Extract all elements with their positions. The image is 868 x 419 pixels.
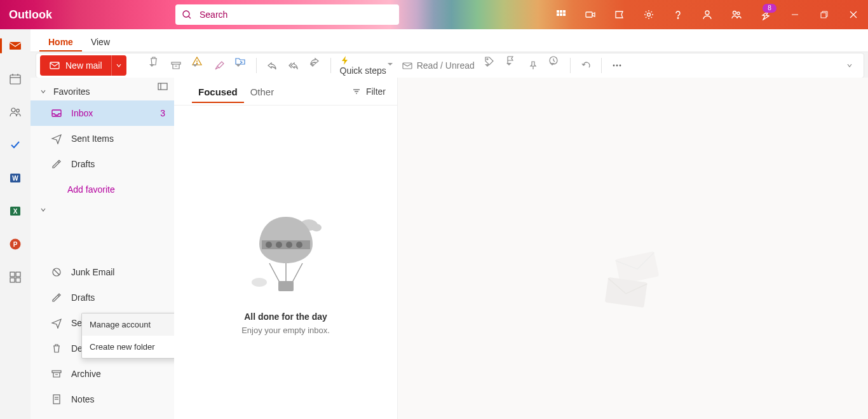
svg-line-49 bbox=[54, 270, 59, 275]
sidebar-item-sent[interactable]: Sent Items bbox=[31, 126, 174, 151]
mail-icon bbox=[49, 60, 60, 71]
empty-state: All done for the day Enjoy your empty in… bbox=[174, 106, 397, 419]
snooze-button[interactable] bbox=[545, 55, 565, 76]
people-icon[interactable] bbox=[722, 0, 751, 29]
svg-point-42 bbox=[613, 65, 614, 67]
tab-other[interactable]: Other bbox=[244, 80, 281, 103]
svg-rect-45 bbox=[158, 83, 167, 90]
new-mail-button[interactable]: New mail bbox=[40, 55, 111, 76]
new-mail-dropdown[interactable] bbox=[111, 55, 126, 76]
sidebar-item-junk[interactable]: Junk Email bbox=[31, 259, 174, 285]
sent-icon bbox=[51, 317, 62, 329]
envelope-illustration bbox=[601, 249, 671, 315]
help-icon[interactable] bbox=[663, 0, 693, 29]
rail-mail-icon[interactable] bbox=[5, 36, 25, 56]
svg-point-9 bbox=[648, 13, 651, 17]
title-actions bbox=[546, 0, 780, 29]
list-header: Focused Other Filter bbox=[174, 78, 397, 106]
sidebar-item-archive[interactable]: Archive bbox=[31, 361, 174, 387]
delete-button[interactable] bbox=[144, 55, 165, 76]
search-input[interactable] bbox=[200, 10, 393, 20]
favorites-label: Favorites bbox=[53, 86, 90, 97]
report-button[interactable] bbox=[187, 55, 208, 76]
svg-rect-15 bbox=[821, 13, 826, 18]
add-favorite-link[interactable]: Add favorite bbox=[31, 177, 174, 202]
reply-all-button[interactable] bbox=[283, 55, 304, 76]
sidebar-item-inbox[interactable]: Inbox 3 bbox=[31, 100, 174, 126]
svg-line-67 bbox=[292, 263, 302, 282]
tab-home[interactable]: Home bbox=[39, 32, 82, 52]
svg-rect-4 bbox=[563, 10, 566, 13]
title-bar: Outlook bbox=[0, 0, 868, 29]
sweep-button[interactable] bbox=[209, 55, 229, 76]
sent-icon bbox=[51, 133, 62, 144]
balloon-illustration bbox=[248, 214, 324, 299]
archive-button[interactable] bbox=[166, 55, 186, 76]
account-header[interactable] bbox=[31, 202, 174, 217]
account-context-menu: Manage account Create new folder bbox=[81, 313, 174, 359]
sidebar-item-label: Drafts bbox=[71, 292, 165, 303]
minimize-button[interactable] bbox=[780, 0, 810, 29]
svg-point-12 bbox=[733, 11, 736, 15]
filter-button[interactable]: Filter bbox=[352, 86, 386, 97]
svg-rect-8 bbox=[586, 12, 592, 17]
menu-create-folder[interactable]: Create new folder bbox=[82, 336, 174, 358]
more-options-button[interactable] bbox=[607, 55, 627, 76]
read-unread-label: Read / Unread bbox=[417, 60, 475, 71]
svg-rect-7 bbox=[563, 13, 566, 16]
svg-rect-70 bbox=[605, 277, 648, 308]
categorize-button[interactable] bbox=[480, 55, 500, 76]
svg-rect-2 bbox=[557, 10, 559, 13]
junk-icon bbox=[51, 266, 62, 278]
reply-button[interactable] bbox=[262, 55, 282, 76]
svg-point-43 bbox=[616, 65, 618, 67]
svg-rect-61 bbox=[266, 242, 272, 248]
close-button[interactable] bbox=[839, 0, 868, 29]
apps-icon[interactable] bbox=[546, 0, 576, 29]
read-unread-button[interactable]: Read / Unread bbox=[398, 55, 478, 76]
sidebar-item-label: Inbox bbox=[71, 108, 160, 118]
filter-icon bbox=[352, 87, 361, 96]
menu-manage-account[interactable]: Manage account bbox=[82, 313, 174, 336]
svg-rect-3 bbox=[560, 10, 562, 13]
favorites-header[interactable]: Favorites bbox=[31, 78, 174, 100]
search-icon bbox=[182, 10, 192, 20]
svg-line-1 bbox=[189, 17, 191, 18]
tab-focused[interactable]: Focused bbox=[192, 80, 244, 103]
svg-rect-36 bbox=[172, 62, 180, 64]
sidebar-item-drafts[interactable]: Drafts bbox=[31, 151, 174, 177]
reading-pane bbox=[398, 78, 868, 419]
flag-button[interactable] bbox=[501, 55, 522, 76]
collapse-sidebar-icon[interactable] bbox=[158, 81, 168, 93]
notifications-icon[interactable] bbox=[751, 0, 780, 29]
maximize-button[interactable] bbox=[810, 0, 839, 29]
svg-rect-18 bbox=[10, 42, 21, 50]
move-to-button[interactable] bbox=[231, 55, 251, 76]
sidebar-item-label: Drafts bbox=[71, 159, 165, 169]
sidebar-item-label: Junk Email bbox=[71, 267, 165, 277]
sidebar-item-label: Sent Items bbox=[71, 134, 165, 144]
svg-point-38 bbox=[196, 63, 197, 64]
app-brand: Outlook bbox=[0, 8, 57, 22]
svg-point-59 bbox=[252, 278, 267, 287]
svg-rect-5 bbox=[557, 13, 559, 16]
svg-point-0 bbox=[183, 11, 189, 17]
ribbon-dropdown-icon[interactable] bbox=[839, 55, 860, 76]
account-icon[interactable] bbox=[693, 0, 722, 29]
search-box[interactable] bbox=[175, 4, 399, 25]
tips-icon[interactable] bbox=[605, 0, 634, 29]
svg-point-58 bbox=[311, 224, 322, 231]
svg-point-40 bbox=[487, 58, 488, 60]
pin-button[interactable] bbox=[523, 55, 543, 76]
meet-now-icon[interactable] bbox=[576, 0, 605, 29]
inbox-icon bbox=[51, 107, 62, 119]
sidebar: Favorites Inbox 3 Sent Items Drafts Add … bbox=[31, 78, 174, 419]
sidebar-item-drafts-2[interactable]: Drafts bbox=[31, 285, 174, 310]
forward-button[interactable] bbox=[305, 55, 325, 76]
quick-steps-button[interactable]: Quick steps bbox=[336, 55, 397, 76]
tab-view[interactable]: View bbox=[82, 32, 119, 52]
settings-icon[interactable] bbox=[634, 0, 663, 29]
undo-button[interactable] bbox=[576, 55, 596, 76]
filter-label: Filter bbox=[366, 86, 386, 97]
sidebar-item-notes[interactable]: Notes bbox=[31, 387, 174, 412]
